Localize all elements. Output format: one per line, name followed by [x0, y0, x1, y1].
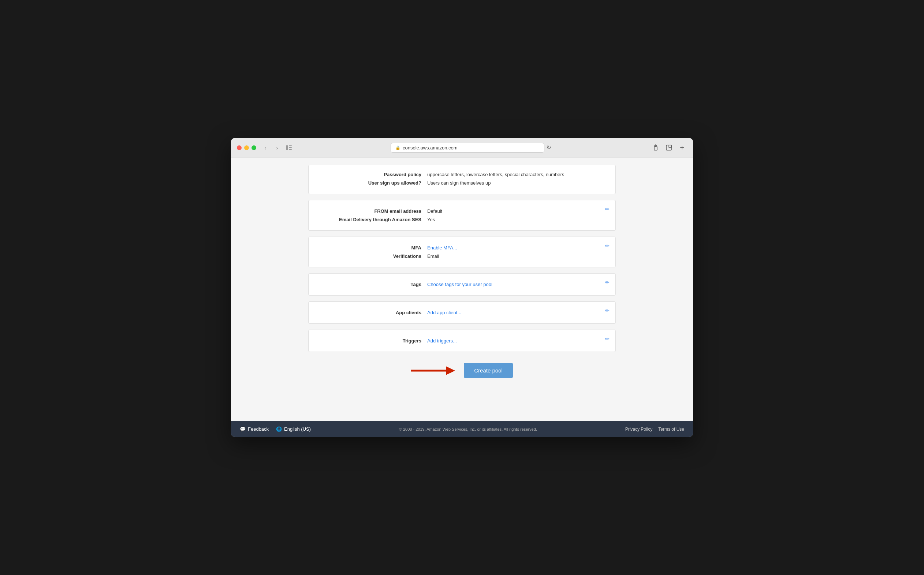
feedback-link[interactable]: 💬 Feedback	[240, 426, 269, 432]
app-clients-value[interactable]: Add app client...	[427, 310, 461, 315]
browser-nav: ‹ ›	[261, 143, 293, 152]
sidebar-toggle-button[interactable]	[284, 143, 293, 152]
footer-left: 💬 Feedback 🌐 English (US)	[240, 426, 311, 432]
create-pool-button[interactable]: Create pool	[464, 363, 513, 378]
from-email-row: FROM email address Default	[317, 207, 607, 215]
footer-copyright: © 2008 - 2019, Amazon Web Services, Inc.…	[311, 427, 625, 431]
verifications-label: Verifications	[317, 253, 427, 259]
close-button[interactable]	[237, 145, 242, 150]
verifications-value: Email	[427, 253, 439, 259]
user-signups-value: Users can sign themselves up	[427, 180, 491, 186]
reload-button[interactable]: ↻	[544, 143, 553, 153]
app-clients-label: App clients	[317, 310, 427, 315]
mfa-value[interactable]: Enable MFA...	[427, 245, 457, 251]
verifications-row: Verifications Email	[317, 252, 607, 260]
tags-label: Tags	[317, 282, 427, 287]
password-policy-value: uppercase letters, lowercase letters, sp…	[427, 172, 564, 177]
add-tab-button[interactable]: +	[677, 143, 687, 153]
back-button[interactable]: ‹	[261, 143, 270, 152]
share-button[interactable]	[651, 143, 661, 153]
mfa-card: MFA Enable MFA... Verifications Email ✏	[308, 237, 616, 267]
tags-card: Tags Choose tags for your user pool ✏	[308, 273, 616, 295]
privacy-policy-link[interactable]: Privacy Policy	[625, 427, 653, 432]
ses-label: Email Delivery through Amazon SES	[317, 217, 427, 222]
svg-rect-4	[654, 146, 657, 150]
feedback-label: Feedback	[248, 426, 269, 432]
tags-row: Tags Choose tags for your user pool	[317, 280, 607, 289]
triggers-label: Triggers	[317, 338, 427, 343]
app-clients-card: App clients Add app client... ✏	[308, 302, 616, 324]
partial-card: Password policy uppercase letters, lower…	[308, 165, 616, 194]
from-email-label: FROM email address	[317, 208, 427, 214]
chat-icon: 💬	[240, 426, 246, 432]
language-selector[interactable]: 🌐 English (US)	[276, 426, 311, 432]
user-signups-row: User sign ups allowed? Users can sign th…	[317, 179, 607, 187]
svg-marker-8	[446, 366, 455, 375]
minimize-button[interactable]	[244, 145, 249, 150]
globe-icon: 🌐	[276, 426, 282, 432]
address-bar-container: 🔒 console.aws.amazon.com ↻	[298, 143, 646, 153]
copyright-text: © 2008 - 2019, Amazon Web Services, Inc.…	[399, 427, 537, 431]
action-section: Create pool	[308, 363, 616, 378]
browser-footer: 💬 Feedback 🌐 English (US) © 2008 - 2019,…	[231, 421, 693, 437]
traffic-lights	[237, 145, 256, 150]
new-tab-button[interactable]	[664, 143, 674, 153]
ses-row: Email Delivery through Amazon SES Yes	[317, 215, 607, 224]
tags-edit-icon[interactable]: ✏	[605, 280, 610, 285]
browser-actions: +	[651, 143, 687, 153]
browser-titlebar: ‹ › 🔒 console.aws.amazon.com ↻	[231, 138, 693, 157]
svg-rect-1	[289, 145, 292, 146]
triggers-card: Triggers Add triggers... ✏	[308, 330, 616, 352]
triggers-row: Triggers Add triggers...	[317, 337, 607, 345]
from-email-value: Default	[427, 208, 442, 214]
tags-value[interactable]: Choose tags for your user pool	[427, 282, 492, 287]
language-label: English (US)	[284, 426, 311, 432]
lock-icon: 🔒	[395, 145, 401, 150]
terms-of-use-link[interactable]: Terms of Use	[658, 427, 684, 432]
svg-rect-2	[289, 147, 292, 148]
mfa-edit-icon[interactable]: ✏	[605, 243, 610, 249]
arrow-icon	[411, 363, 455, 378]
app-clients-edit-icon[interactable]: ✏	[605, 308, 610, 313]
maximize-button[interactable]	[252, 145, 256, 150]
mfa-label: MFA	[317, 245, 427, 251]
email-card: FROM email address Default Email Deliver…	[308, 200, 616, 231]
browser-content: Password policy uppercase letters, lower…	[231, 157, 693, 421]
password-policy-label: Password policy	[317, 172, 427, 177]
app-clients-row: App clients Add app client...	[317, 308, 607, 317]
triggers-value[interactable]: Add triggers...	[427, 338, 457, 343]
svg-rect-0	[286, 145, 288, 150]
email-edit-icon[interactable]: ✏	[605, 206, 610, 212]
triggers-edit-icon[interactable]: ✏	[605, 336, 610, 342]
mfa-row: MFA Enable MFA...	[317, 243, 607, 252]
url-text: console.aws.amazon.com	[403, 145, 458, 151]
ses-value: Yes	[427, 217, 435, 222]
address-bar[interactable]: 🔒 console.aws.amazon.com	[391, 143, 544, 153]
svg-rect-3	[289, 149, 292, 150]
footer-right: Privacy Policy Terms of Use	[625, 427, 684, 432]
browser-window: ‹ › 🔒 console.aws.amazon.com ↻	[231, 138, 693, 437]
page-body: Password policy uppercase letters, lower…	[297, 157, 627, 378]
user-signups-label: User sign ups allowed?	[317, 180, 427, 186]
arrow-container	[411, 363, 455, 378]
password-policy-row: Password policy uppercase letters, lower…	[317, 170, 607, 179]
forward-button[interactable]: ›	[273, 143, 282, 152]
